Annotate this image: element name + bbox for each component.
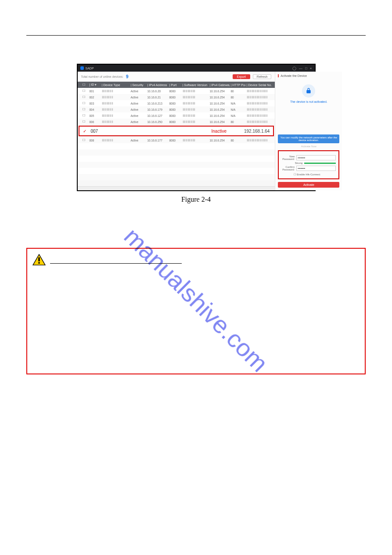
- table-row[interactable]: ☐006▮▮▮▮▮▮▮Active10.16.6.2508000▮▮▮▮▮▮▮▮…: [78, 119, 275, 125]
- hdr-http: | HTTP Port: [230, 83, 245, 87]
- cell-security: Active: [129, 96, 146, 99]
- activate-now-link[interactable]: Activate Now: [278, 145, 339, 148]
- confirm-password-label: Confirm Password:: [281, 166, 295, 171]
- warning-icon: [32, 254, 46, 265]
- hdr-type: | Device Type: [101, 83, 129, 87]
- cell-port: 8000: [168, 96, 181, 99]
- table-header: ☐ | ID ▾ | Device Type | Security | IPv4…: [78, 82, 275, 88]
- cell-serial: ▮▮▮▮▮▮▮▮▮▮▮▮▮: [245, 89, 273, 93]
- cell-port: 8000: [168, 90, 181, 93]
- cell-version: ▮▮▮▮▮▮▮▮: [181, 102, 209, 105]
- not-activated-label: The device is not activated.: [278, 100, 339, 103]
- row-checkbox[interactable]: ☐: [79, 114, 88, 117]
- caution-body: – We highly recommend you create a stron…: [32, 269, 360, 290]
- password-box: New Password: Strong Confirm Password: ☐…: [278, 150, 339, 179]
- cell-serial: ▮▮▮▮▮▮▮▮▮▮▮▮▮: [245, 102, 273, 105]
- table-row-empty: [78, 143, 275, 149]
- cell-id: 008: [88, 139, 101, 142]
- lock-icon: [302, 84, 315, 98]
- cell-id: 005: [88, 114, 101, 117]
- inactive-check-icon: ✓: [83, 129, 86, 134]
- table-row[interactable]: ☐004▮▮▮▮▮▮▮Active10.16.6.1798000▮▮▮▮▮▮▮▮…: [78, 106, 275, 112]
- cell-serial: ▮▮▮▮▮▮▮▮▮▮▮▮▮: [245, 114, 273, 117]
- refresh-button[interactable]: Refresh: [253, 74, 272, 79]
- new-password-label: New Password:: [281, 155, 295, 160]
- cell-id: 003: [88, 102, 101, 105]
- cell-port: 8000: [168, 139, 181, 142]
- strength-label: Strong: [281, 162, 302, 164]
- hdr-serial: | Device Serial No.: [245, 83, 273, 87]
- cell-version: ▮▮▮▮▮▮▮▮: [181, 95, 209, 99]
- cell-id: 004: [88, 108, 101, 111]
- svg-rect-1: [38, 257, 40, 261]
- cell-port: 8000: [168, 120, 181, 123]
- total-label: Total number of online devices:: [81, 75, 124, 78]
- cell-ip: 10.16.6.250: [146, 120, 168, 123]
- row-checkbox[interactable]: ☐: [79, 89, 88, 93]
- enable-hikconnect-checkbox[interactable]: ☐ Enable Hik-Connect: [281, 173, 336, 176]
- hdr-ip: | IPv4 Address: [146, 83, 168, 87]
- maximize-icon[interactable]: □: [305, 66, 307, 70]
- cell-version: ▮▮▮▮▮▮▮▮: [181, 114, 209, 117]
- strength-bar: [304, 163, 336, 164]
- activate-button[interactable]: Activate: [278, 182, 339, 188]
- table-row[interactable]: ☐001▮▮▮▮▮▮▮Active10.16.6.208000▮▮▮▮▮▮▮▮1…: [78, 88, 275, 94]
- cell-type: ▮▮▮▮▮▮▮: [101, 89, 129, 93]
- cell-serial: ▮▮▮▮▮▮▮▮▮▮▮▮▮: [245, 120, 273, 123]
- sadp-window: SADP ◯ — □ × Total number of online devi…: [77, 64, 316, 191]
- cell-gateway: 10.16.6.254: [209, 96, 230, 99]
- export-button[interactable]: Export: [233, 74, 250, 79]
- minimize-icon[interactable]: —: [299, 66, 302, 70]
- sadp-right-pane: Activate the Device The device is not ac…: [275, 72, 342, 190]
- cell-type: ▮▮▮▮▮▮▮: [101, 138, 129, 142]
- cell-gateway: 10.16.6.254: [209, 108, 230, 111]
- intro-text: device of inactive status, and then inpu…: [70, 53, 366, 60]
- cell-port: 8000: [168, 102, 181, 105]
- page-number: 14: [26, 383, 366, 390]
- table-row[interactable]: ☐005▮▮▮▮▮▮▮Active10.16.6.1278000▮▮▮▮▮▮▮▮…: [78, 112, 275, 119]
- step-text: 4. Create a password and input the passw…: [66, 232, 326, 239]
- cell-ip: 10.16.6.21: [146, 96, 168, 99]
- cell-gateway: 10.16.6.254: [209, 90, 230, 93]
- cell-security: Active: [129, 114, 146, 117]
- hdr-id: | ID ▾: [88, 83, 101, 87]
- table-row[interactable]: ☐002▮▮▮▮▮▮▮Active10.16.6.218000▮▮▮▮▮▮▮▮1…: [78, 94, 275, 100]
- cell-port: 8000: [168, 108, 181, 111]
- table-row[interactable]: ☐003▮▮▮▮▮▮▮Active10.16.6.2138000▮▮▮▮▮▮▮▮…: [78, 100, 275, 106]
- cell-security: Active: [129, 102, 146, 105]
- horizontal-scrollbar[interactable]: [78, 186, 275, 190]
- hdr-checkbox[interactable]: ☐: [79, 83, 88, 87]
- cell-serial: ▮▮▮▮▮▮▮▮▮▮▮▮▮: [245, 138, 273, 142]
- cell-gateway: 10.16.6.254: [209, 139, 230, 142]
- cell-gateway: 10.16.6.254: [209, 114, 230, 117]
- cell-version: ▮▮▮▮▮▮▮▮: [181, 89, 209, 93]
- inactive-ip: 192.168.1.64: [244, 129, 270, 134]
- sadp-left-pane: Total number of online devices: 9 Export…: [78, 72, 275, 190]
- confirm-password-input[interactable]: [296, 166, 336, 171]
- right-pane-title: Activate the Device: [278, 74, 339, 77]
- row-checkbox[interactable]: ☐: [79, 120, 88, 123]
- cell-security: Active: [129, 90, 146, 93]
- close-icon[interactable]: ×: [310, 66, 312, 70]
- svg-rect-2: [38, 262, 40, 263]
- row-checkbox[interactable]: ☐: [79, 102, 88, 105]
- table-row-empty: [78, 149, 275, 156]
- sadp-title: SADP: [86, 67, 94, 70]
- cell-ip: 10.16.6.20: [146, 90, 168, 93]
- row-checkbox[interactable]: ☐: [79, 138, 88, 142]
- note-text: Note: The SADP software supports activat…: [66, 215, 326, 230]
- help-icon[interactable]: ◯: [292, 66, 296, 70]
- cell-http: 80: [230, 96, 245, 99]
- new-password-input[interactable]: [296, 155, 336, 160]
- inactive-row-highlight[interactable]: ✓007Inactive192.168.1.64: [79, 126, 274, 136]
- cell-ip: 10.16.6.213: [146, 102, 168, 105]
- cell-security: Active: [129, 108, 146, 111]
- row-checkbox[interactable]: ☐: [79, 108, 88, 111]
- cell-http: 80: [230, 120, 245, 123]
- cell-serial: ▮▮▮▮▮▮▮▮▮▮▮▮▮: [245, 95, 273, 99]
- row-checkbox[interactable]: ☐: [79, 95, 88, 99]
- cell-id: 006: [88, 120, 101, 123]
- cell-type: ▮▮▮▮▮▮▮: [101, 108, 129, 111]
- table-row[interactable]: ☐008▮▮▮▮▮▮▮Active10.16.6.1778000▮▮▮▮▮▮▮▮…: [78, 137, 275, 143]
- modify-params-banner[interactable]: You can modify the network parameters af…: [278, 134, 339, 143]
